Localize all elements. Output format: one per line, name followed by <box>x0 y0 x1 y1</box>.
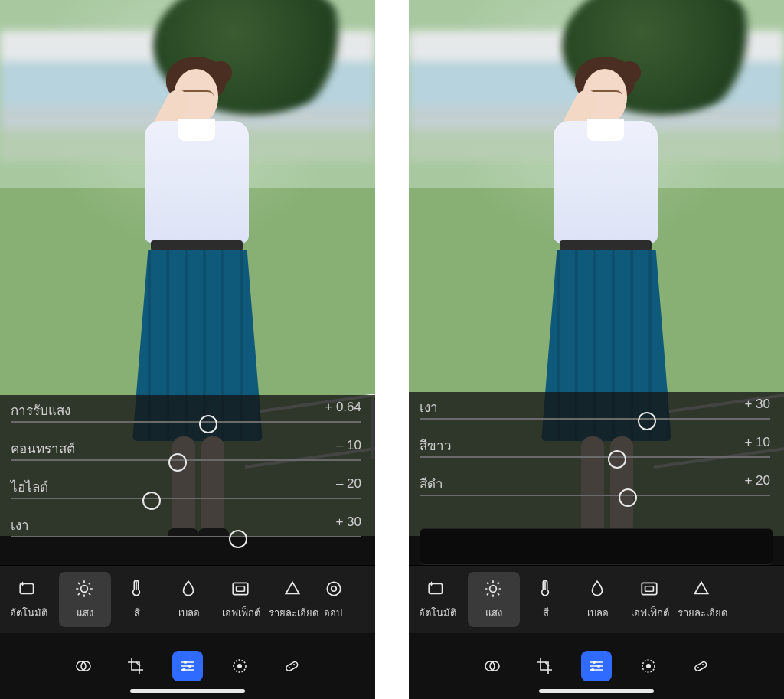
slider-value: – 10 <box>336 438 361 453</box>
slider-row-2: สีดำ + 20 <box>409 473 784 511</box>
slider-knob[interactable] <box>229 530 247 548</box>
slider-value: + 0.64 <box>325 400 361 415</box>
adjust-panel[interactable]: การรับแสง + 0.64 คอนทราสต์ – 10 ไฮไลต์ –… <box>0 395 375 565</box>
slider-knob[interactable] <box>168 453 187 472</box>
svg-rect-27 <box>694 661 707 671</box>
slider-knob[interactable] <box>608 450 626 469</box>
phone-left: การรับแสง + 0.64 คอนทราสต์ – 10 ไฮไลต์ –… <box>0 0 375 699</box>
svg-point-28 <box>697 667 699 668</box>
svg-rect-13 <box>286 661 299 671</box>
slider-value: + 30 <box>744 397 770 412</box>
tool-adjust[interactable] <box>172 651 203 681</box>
cat-label: เอฟเฟ็กต์ <box>222 605 260 621</box>
slider-row-0: การรับแสง + 0.64 <box>0 400 375 438</box>
phone-right: เงา + 30 สีขาว + 10 สีดำ + 20 อัตโนมัติ … <box>409 0 784 699</box>
cat-label: สี <box>134 605 140 621</box>
svg-point-14 <box>289 667 290 668</box>
temp-icon <box>126 579 148 600</box>
cat-light[interactable]: แสง <box>59 572 111 627</box>
category-strip[interactable]: อัตโนมัติ แสง สี เบลอ เอฟเฟ็กต์ รายละเอี… <box>0 566 375 633</box>
home-indicator <box>539 689 654 693</box>
cat-optics[interactable]: ออป <box>319 572 354 627</box>
slider-track[interactable] <box>420 495 770 496</box>
slider-value: – 20 <box>336 476 361 492</box>
category-strip[interactable]: อัตโนมัติ แสง สี เบลอ เอฟเฟ็กต์ รายละเอี… <box>409 566 784 633</box>
svg-point-8 <box>184 661 187 664</box>
cat-color[interactable]: สี <box>111 572 163 627</box>
home-indicator <box>130 689 245 693</box>
cat-blur[interactable]: เบลอ <box>163 572 215 627</box>
vignette-icon <box>230 579 252 600</box>
cat-effect[interactable]: เอฟเฟ็กต์ <box>624 572 676 627</box>
drop-icon <box>178 579 200 600</box>
slider-label: สีดำ <box>420 473 443 494</box>
cat-label: เบลอ <box>587 605 609 621</box>
cat-effect[interactable]: เอฟเฟ็กต์ <box>215 572 267 627</box>
svg-point-29 <box>702 664 704 665</box>
slider-knob[interactable] <box>142 492 161 510</box>
slider-label: ไฮไลต์ <box>11 476 48 497</box>
cat-label: รายละเอียด <box>678 605 727 621</box>
cat-light[interactable]: แสง <box>468 572 520 627</box>
cat-detail[interactable]: รายละเอียด <box>676 572 728 627</box>
cat-label: สี <box>543 605 549 621</box>
slider-track[interactable] <box>11 498 361 499</box>
cat-auto[interactable]: อัตโนมัติ <box>410 572 464 627</box>
adjust-panel[interactable]: เงา + 30 สีขาว + 10 สีดำ + 20 <box>409 392 784 565</box>
cat-auto[interactable]: อัตโนมัติ <box>2 572 55 627</box>
slider-value: + 10 <box>744 435 770 450</box>
cat-label: เอฟเฟ็กต์ <box>631 605 669 621</box>
drop-icon <box>587 579 609 600</box>
slider-label: คอนทราสต์ <box>11 438 75 459</box>
auto-icon <box>426 579 448 600</box>
cat-label: อัตโนมัติ <box>419 605 456 621</box>
tool-crop[interactable] <box>120 651 151 681</box>
svg-point-12 <box>237 664 242 668</box>
tool-adjust[interactable] <box>581 651 612 681</box>
slider-knob[interactable] <box>638 412 656 430</box>
svg-rect-16 <box>429 583 442 593</box>
cat-color[interactable]: สี <box>520 572 572 627</box>
slider-label: เงา <box>420 397 438 417</box>
slider-row-3: เงา + 30 <box>0 514 375 553</box>
svg-point-9 <box>188 665 191 668</box>
detail-icon <box>691 579 713 600</box>
cat-detail[interactable]: รายละเอียด <box>267 572 319 627</box>
tool-mask[interactable] <box>633 651 664 681</box>
svg-rect-3 <box>237 586 245 591</box>
slider-knob[interactable] <box>619 488 637 507</box>
slider-row-1: คอนทราสต์ – 10 <box>0 438 375 476</box>
light-icon <box>483 579 505 600</box>
slider-track[interactable] <box>11 421 361 423</box>
slider-track[interactable] <box>11 536 361 537</box>
tool-mask[interactable] <box>224 651 255 681</box>
bottom-toolbar <box>0 633 375 699</box>
cat-label: รายละเอียด <box>269 605 318 621</box>
cat-label: เบลอ <box>178 605 200 621</box>
slider-track[interactable] <box>420 456 770 458</box>
svg-point-10 <box>182 668 185 671</box>
svg-point-5 <box>332 586 337 591</box>
svg-point-24 <box>591 668 594 671</box>
slider-label: การรับแสง <box>11 400 70 420</box>
cat-blur[interactable]: เบลอ <box>572 572 624 627</box>
tool-heal[interactable] <box>685 651 716 681</box>
slider-track[interactable] <box>420 418 770 420</box>
svg-rect-2 <box>233 583 248 594</box>
cat-label: แสง <box>485 605 502 621</box>
tool-presets[interactable] <box>68 651 99 681</box>
svg-point-15 <box>293 664 295 665</box>
slider-row-1: สีขาว + 10 <box>409 435 784 473</box>
divider <box>466 582 466 617</box>
vignette-icon <box>639 579 661 600</box>
tool-crop[interactable] <box>529 651 560 681</box>
tool-heal[interactable] <box>276 651 307 681</box>
svg-point-23 <box>597 665 600 668</box>
slider-label: สีขาว <box>420 435 452 456</box>
slider-row-0: เงา + 30 <box>409 397 784 435</box>
tool-presets[interactable] <box>477 651 508 681</box>
svg-rect-0 <box>20 583 33 593</box>
slider-label: เงา <box>11 514 29 535</box>
histogram-strip[interactable] <box>420 528 773 565</box>
slider-knob[interactable] <box>199 415 217 433</box>
